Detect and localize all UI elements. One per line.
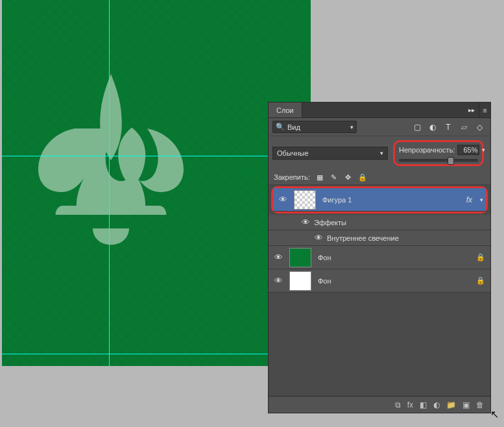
new-layer-icon[interactable]: ▣ [462,400,470,409]
selected-layer-highlight: 👁 Фигура 1 fx ▾ [271,186,488,214]
opacity-control-highlight: Непрозрачность: ▾ [393,140,484,166]
fx-badge[interactable]: fx [461,195,477,204]
mask-icon[interactable]: ◧ [420,400,427,409]
layer-name[interactable]: Фон [313,277,471,285]
filter-adjust-icon[interactable]: ◐ [428,123,437,132]
effects-label: Эффекты [314,219,346,226]
filter-label: Вид [287,123,300,131]
lock-paint-icon[interactable]: ✎ [330,173,339,182]
opacity-input[interactable] [457,145,479,155]
lock-icon[interactable]: 🔒 [471,253,490,262]
layer-name[interactable]: Фон [313,254,471,262]
link-layers-icon[interactable]: ⧉ [395,400,401,409]
mouse-cursor: ↖ [490,408,499,421]
layer-name[interactable]: Фигура 1 [317,196,461,204]
chevron-down-icon[interactable]: ▾ [482,147,485,153]
adjustment-icon[interactable]: ◐ [433,400,440,409]
effect-item[interactable]: 👁 Внутреннее свечение [269,230,490,246]
lock-position-icon[interactable]: ✥ [344,173,353,182]
layer-row[interactable]: 👁 Фон 🔒 [269,246,490,269]
panel-menu-icon[interactable]: ≡ [479,103,490,117]
layer-thumbnail[interactable] [289,248,311,267]
tab-layers[interactable]: Слои [269,103,302,117]
panel-collapse-icon[interactable]: ▸▸ [464,106,479,114]
layers-panel: Слои ▸▸ ≡ 🔍 Вид ▾ ▢ ◐ T ▱ ◇ Обычные ▾ [268,102,491,413]
effects-header[interactable]: 👁 Эффекты [269,215,490,230]
guide-horizontal[interactable] [2,156,311,156]
lock-label: Закрепить: [274,173,310,181]
lock-all-icon[interactable]: 🔒 [358,173,367,182]
layer-row[interactable]: 👁 Фигура 1 fx ▾ [273,188,486,212]
chevron-down-icon: ▾ [350,124,354,130]
filter-text-icon[interactable]: T [444,123,453,132]
chevron-down-icon: ▾ [380,150,383,156]
layer-row[interactable]: 👁 Фон 🔒 [269,269,490,293]
opacity-slider[interactable] [399,159,478,162]
search-icon: 🔍 [276,123,285,131]
document-canvas[interactable] [2,0,311,366]
blend-mode-select[interactable]: Обычные ▾ [272,147,388,160]
slider-thumb[interactable] [448,157,454,165]
layer-thumbnail[interactable] [294,190,316,210]
layer-filter-select[interactable]: 🔍 Вид ▾ [272,121,357,133]
filter-smart-icon[interactable]: ◇ [475,123,484,132]
layer-thumbnail[interactable] [289,271,311,291]
visibility-toggle[interactable]: 👁 [269,276,288,286]
guide-vertical[interactable] [109,0,110,366]
visibility-toggle[interactable]: 👁 [273,195,293,204]
lock-icon[interactable]: 🔒 [471,276,490,285]
filter-shape-icon[interactable]: ▱ [459,123,468,132]
guide-horizontal[interactable] [2,354,311,354]
blend-mode-value: Обычные [277,149,309,157]
effect-name: Внутреннее свечение [327,234,399,242]
fx-icon[interactable]: fx [407,400,413,409]
lock-transparency-icon[interactable]: ▦ [315,173,324,182]
visibility-toggle[interactable]: 👁 [297,217,314,227]
opacity-label: Непрозрачность: [399,146,455,154]
visibility-toggle[interactable]: 👁 [310,233,327,243]
visibility-toggle[interactable]: 👁 [269,252,288,262]
filter-pixel-icon[interactable]: ▢ [413,123,422,132]
group-icon[interactable]: 📁 [446,400,456,409]
delete-icon[interactable]: 🗑 [476,400,484,409]
fx-expand-icon[interactable]: ▾ [477,197,486,203]
